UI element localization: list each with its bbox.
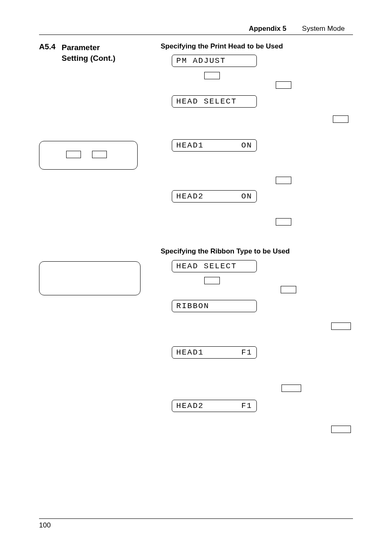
- lcd-pm-adjust: PM ADJUST: [172, 55, 257, 67]
- key-placeholder-icon: [204, 277, 220, 284]
- section-number: A5.4: [39, 42, 55, 51]
- lcd-text: PM ADJUST: [176, 56, 226, 65]
- key-placeholder-icon: [204, 72, 220, 79]
- key-placeholder-icon: [66, 151, 81, 158]
- key-placeholder-icon: [331, 322, 351, 330]
- appendix-label: Appendix 5: [249, 25, 286, 33]
- section-title: Parameter Setting (Cont.): [62, 42, 115, 63]
- lcd-text-left: HEAD1: [176, 348, 204, 357]
- lcd-head2: HEAD2 ON: [172, 190, 257, 203]
- block2-heading: Specifying the Ribbon Type to be Used: [161, 247, 290, 256]
- page-header: Appendix 5 System Mode: [39, 25, 353, 35]
- lcd-text-right: ON: [241, 141, 252, 150]
- lcd-text-right: F1: [241, 401, 252, 410]
- lcd-text: HEAD SELECT: [176, 97, 237, 106]
- key-placeholder-icon: [281, 385, 301, 392]
- key-placeholder-icon: [276, 177, 291, 184]
- title-line-1: Parameter: [62, 43, 100, 52]
- lcd-text-left: HEAD2: [176, 401, 204, 410]
- key-placeholder-icon: [276, 81, 291, 89]
- lcd-ribbon: RIBBON: [172, 300, 257, 312]
- lcd-text-right: ON: [241, 192, 252, 201]
- lcd-head1-ribbon: HEAD1 F1: [172, 346, 257, 359]
- lcd-head-select-2: HEAD SELECT: [172, 260, 257, 272]
- lcd-head2-ribbon: HEAD2 F1: [172, 400, 257, 412]
- lcd-text: HEAD SELECT: [176, 262, 237, 271]
- lcd-head1: HEAD1 ON: [172, 139, 257, 152]
- lcd-text: RIBBON: [176, 302, 209, 311]
- block1-heading: Specifying the Print Head to be Used: [161, 42, 283, 51]
- lcd-text-right: F1: [241, 348, 252, 357]
- key-placeholder-icon: [92, 151, 107, 158]
- note-bubble-2: [39, 261, 141, 295]
- key-placeholder-icon: [333, 115, 348, 123]
- page-number: 100: [39, 521, 51, 529]
- lcd-text-left: HEAD2: [176, 192, 204, 201]
- note-bubble-1: [39, 141, 138, 170]
- page-footer: 100: [39, 518, 353, 530]
- chapter-label: System Mode: [302, 25, 345, 33]
- key-placeholder-icon: [331, 426, 351, 433]
- key-placeholder-icon: [281, 286, 296, 293]
- key-placeholder-icon: [276, 218, 291, 226]
- title-line-2: Setting (Cont.): [62, 54, 115, 62]
- lcd-head-select: HEAD SELECT: [172, 95, 257, 108]
- lcd-text-left: HEAD1: [176, 141, 204, 150]
